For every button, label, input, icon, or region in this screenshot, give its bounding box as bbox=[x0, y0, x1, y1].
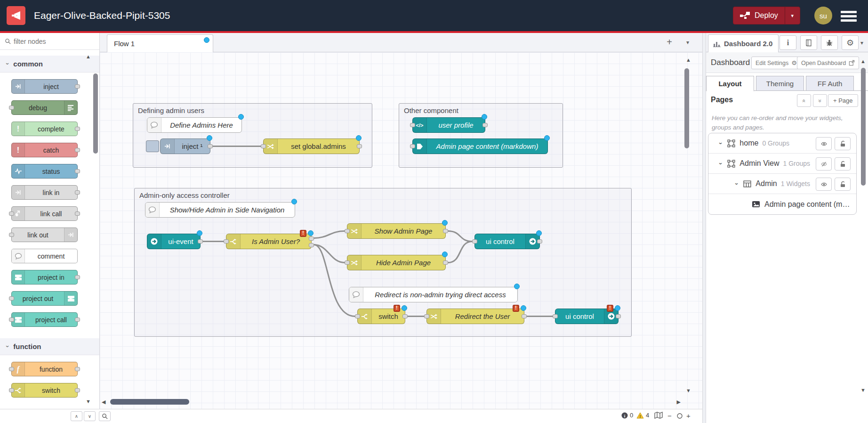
node-port-out[interactable] bbox=[208, 144, 213, 148]
palette-node-switch[interactable]: switch bbox=[11, 383, 78, 398]
palette-node-project-in[interactable]: project in bbox=[11, 270, 78, 285]
sidebar-scrollbar-thumb[interactable] bbox=[861, 68, 866, 186]
node-port-in[interactable] bbox=[553, 314, 558, 318]
node-port-out[interactable] bbox=[75, 212, 80, 216]
tree-row-admin-group[interactable]: › Admin 1 Widgets bbox=[708, 174, 856, 194]
inject-trigger-button[interactable] bbox=[146, 140, 159, 152]
deploy-button[interactable]: Deploy ▾ bbox=[733, 7, 800, 24]
tree-row-admin-view[interactable]: › Admin View 1 Groups bbox=[708, 154, 856, 174]
node-port-in[interactable] bbox=[9, 296, 14, 301]
palette-node-catch[interactable]: ! catch bbox=[11, 143, 78, 157]
palette-scroll-up-icon[interactable]: ▲ bbox=[86, 54, 91, 59]
lock-toggle-button[interactable] bbox=[835, 137, 851, 150]
sidebar-tabs-caret[interactable]: ▾ bbox=[860, 40, 863, 46]
deploy-options-caret[interactable]: ▾ bbox=[785, 7, 800, 24]
node-port-out[interactable] bbox=[75, 84, 80, 89]
add-flow-button[interactable]: + bbox=[667, 37, 672, 48]
sidebar-scroll-down-icon[interactable]: ▼ bbox=[860, 387, 866, 393]
zoom-out-button[interactable]: − bbox=[667, 412, 672, 420]
node-port-out-2[interactable] bbox=[309, 243, 314, 247]
tree-row-home[interactable]: › home 0 Groups bbox=[708, 133, 856, 154]
tab-theming[interactable]: Theming bbox=[756, 76, 804, 91]
add-page-button[interactable]: + Page bbox=[828, 94, 858, 107]
tree-row-admin-widget[interactable]: Admin page content (m… bbox=[708, 194, 856, 214]
info-tab-button[interactable]: i bbox=[780, 35, 796, 50]
palette-scroll-down-icon[interactable]: ▼ bbox=[86, 399, 91, 404]
palette-node-status[interactable]: status bbox=[11, 164, 78, 179]
palette-scrollbar-thumb[interactable] bbox=[93, 73, 98, 154]
node-port-out[interactable] bbox=[357, 144, 362, 148]
flow-list-caret[interactable]: ▾ bbox=[686, 39, 689, 46]
comment-node-define-admins[interactable]: Define Admins Here bbox=[147, 117, 242, 133]
zoom-reset-button[interactable] bbox=[677, 413, 683, 419]
node-port-out-1[interactable] bbox=[309, 236, 314, 241]
flow-node-inject[interactable]: inject ¹ bbox=[160, 138, 210, 154]
palette-node-project-out[interactable]: project out bbox=[11, 291, 78, 306]
flow-node-redirect-the-user[interactable]: Redirect the User bbox=[426, 309, 524, 324]
chevron-down-icon[interactable]: › bbox=[717, 163, 724, 164]
node-port-out[interactable] bbox=[75, 148, 80, 152]
open-dashboard-button[interactable]: Open Dashboard bbox=[797, 57, 859, 69]
node-port-out[interactable] bbox=[75, 367, 80, 371]
flow-node-is-admin-user[interactable]: Is Admin User? bbox=[226, 234, 312, 249]
node-port-in[interactable] bbox=[345, 260, 350, 265]
visibility-toggle-button[interactable] bbox=[816, 178, 832, 191]
palette-filter-input[interactable] bbox=[14, 38, 84, 45]
main-menu-button[interactable] bbox=[841, 11, 857, 24]
canvas-vertical-scrollbar[interactable] bbox=[684, 68, 689, 148]
settings-tab-button[interactable]: ⚙ bbox=[842, 35, 859, 50]
edit-settings-button[interactable]: Edit Settings ⚙ bbox=[751, 57, 801, 69]
tab-layout[interactable]: Layout bbox=[706, 76, 754, 91]
node-port-out[interactable] bbox=[443, 260, 448, 265]
node-port-in[interactable] bbox=[410, 144, 415, 148]
user-avatar[interactable]: su bbox=[814, 7, 832, 24]
sidebar-splitter[interactable] bbox=[702, 33, 706, 423]
node-port-in[interactable] bbox=[9, 317, 14, 322]
sidebar-scroll-up-icon[interactable]: ▲ bbox=[860, 58, 866, 64]
flow-node-admin-page-content[interactable]: Admin page content (markdown) bbox=[412, 138, 548, 154]
flow-node-show-admin-page[interactable]: Show Admin Page bbox=[347, 223, 446, 239]
node-port-out[interactable] bbox=[522, 314, 527, 318]
flow-tab[interactable]: Flow 1 bbox=[107, 34, 213, 52]
zoom-in-button[interactable]: + bbox=[686, 412, 691, 420]
node-port-in[interactable] bbox=[472, 239, 477, 244]
lock-toggle-button[interactable] bbox=[835, 157, 851, 171]
group-defining-admin-users[interactable]: Defining admin users bbox=[133, 103, 372, 168]
node-port-out[interactable] bbox=[616, 314, 621, 318]
palette-node-complete[interactable]: ! complete bbox=[11, 122, 78, 136]
sidebar-tab-dashboard[interactable]: Dashboard 2.0 bbox=[708, 34, 779, 52]
palette-node-project-call[interactable]: project call bbox=[11, 312, 78, 327]
palette-node-link-in[interactable]: link in bbox=[11, 185, 78, 200]
node-port-in[interactable] bbox=[424, 314, 429, 318]
palette-node-inject[interactable]: inject bbox=[11, 79, 78, 94]
group-other-component[interactable]: Other component bbox=[399, 103, 563, 168]
node-port-out[interactable] bbox=[198, 239, 203, 244]
node-port-out[interactable] bbox=[75, 317, 80, 322]
node-port-in[interactable] bbox=[261, 144, 266, 148]
palette-node-comment[interactable]: comment bbox=[11, 249, 78, 263]
node-port-in[interactable] bbox=[9, 212, 14, 216]
node-port-out[interactable] bbox=[482, 123, 488, 127]
node-port-in[interactable] bbox=[9, 106, 14, 110]
node-port-in[interactable] bbox=[345, 229, 350, 233]
node-port-out[interactable] bbox=[75, 169, 80, 173]
comment-node-redirect[interactable]: Redirect is non-admin trying direct acce… bbox=[349, 287, 518, 302]
canvas-scroll-up-icon[interactable]: ▲ bbox=[686, 57, 691, 63]
palette-node-function[interactable]: f function bbox=[11, 362, 78, 376]
canvas-horizontal-scrollbar[interactable] bbox=[110, 399, 189, 405]
palette-node-link-call[interactable]: link call bbox=[11, 206, 78, 221]
node-port-out[interactable] bbox=[75, 190, 80, 195]
node-port-in[interactable] bbox=[224, 239, 229, 244]
flow-canvas[interactable]: Defining admin users Other component Adm… bbox=[100, 52, 702, 409]
canvas-scroll-left-icon[interactable]: ◀ bbox=[102, 399, 105, 405]
palette-node-debug[interactable]: debug bbox=[11, 100, 78, 115]
flow-node-hide-admin-page[interactable]: Hide Admin Page bbox=[347, 255, 446, 270]
comment-node-show-hide-admin[interactable]: Show/Hide Admin in Side Navigation bbox=[145, 202, 295, 218]
node-port-in[interactable] bbox=[355, 314, 360, 318]
debug-tab-button[interactable] bbox=[821, 35, 838, 50]
help-tab-button[interactable] bbox=[800, 35, 817, 50]
canvas-search-button[interactable] bbox=[99, 411, 111, 421]
palette-filter[interactable] bbox=[0, 33, 99, 50]
node-port-out[interactable] bbox=[75, 275, 80, 279]
palette-expand-button[interactable]: ∨ bbox=[84, 411, 96, 421]
